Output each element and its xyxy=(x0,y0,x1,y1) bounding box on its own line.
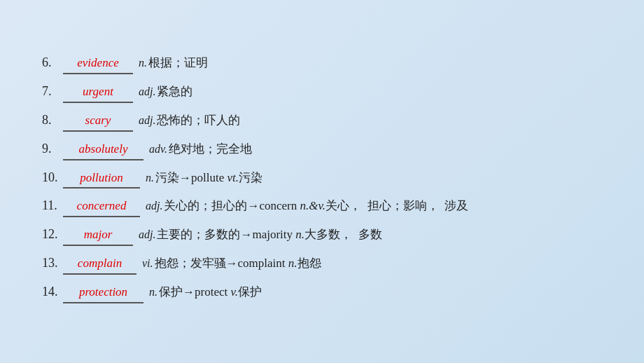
item-pos-12: adj. xyxy=(136,226,155,244)
item-def-6: 根据；证明 xyxy=(148,53,208,72)
item-blank-12: major xyxy=(63,224,133,246)
item-def-8: 恐怖的；吓人的 xyxy=(157,111,240,130)
item-def-11: 关心的；担心的→concern n.&v.关心， 担心；影响， 涉及 xyxy=(164,196,468,215)
item-keyword-13: complain xyxy=(78,256,122,270)
vocab-item-12: 12. major adj. 主要的；多数的→majority n.大多数， 多… xyxy=(42,224,602,246)
vocab-item-10: 10. pollution n. 污染→pollute vt.污染 xyxy=(42,167,602,189)
item-number-6: 6. xyxy=(42,53,63,73)
item-blank-13: complain xyxy=(63,253,136,275)
item-def-10: 污染→pollute vt.污染 xyxy=(155,168,262,187)
item-pos-10: n. xyxy=(143,169,154,187)
item-pos-9: adv. xyxy=(146,140,167,158)
item-def-12: 主要的；多数的→majority n.大多数， 多数 xyxy=(157,225,382,244)
item-keyword-9: absolutely xyxy=(79,142,128,156)
vocab-item-6: 6. evidence n. 根据；证明 xyxy=(42,53,602,74)
item-keyword-11: concerned xyxy=(77,199,127,212)
item-blank-14: protection xyxy=(63,282,144,303)
item-pos-8: adj. xyxy=(136,111,155,130)
item-blank-11: concerned xyxy=(63,196,140,217)
item-pos-7: adj. xyxy=(136,83,155,101)
item-number-13: 13. xyxy=(42,253,63,273)
vocab-item-14: 14. protection n. 保护→protect v.保护 xyxy=(42,282,602,303)
item-blank-10: pollution xyxy=(63,167,140,189)
item-def-9: 绝对地；完全地 xyxy=(169,139,252,158)
item-pos-6: n. xyxy=(136,54,147,72)
item-blank-6: evidence xyxy=(63,53,133,74)
item-number-14: 14. xyxy=(42,282,63,302)
vocab-list: 6. evidence n. 根据；证明 7. urgent adj. 紧急的 … xyxy=(21,39,623,324)
vocab-item-7: 7. urgent adj. 紧急的 xyxy=(42,81,602,103)
item-number-7: 7. xyxy=(42,81,63,102)
item-blank-8: scary xyxy=(63,110,133,132)
item-keyword-6: evidence xyxy=(77,56,118,69)
item-keyword-14: protection xyxy=(79,285,127,299)
item-blank-9: absolutely xyxy=(63,139,144,160)
item-pos-13: vi. xyxy=(139,254,153,273)
item-pos-14: n. xyxy=(146,283,158,301)
item-number-9: 9. xyxy=(42,139,63,159)
item-def-13: 抱怨；发牢骚→complaint n.抱怨 xyxy=(155,254,321,273)
item-number-8: 8. xyxy=(42,110,63,130)
item-keyword-7: urgent xyxy=(83,85,113,98)
item-keyword-10: pollution xyxy=(80,171,122,184)
item-keyword-8: scary xyxy=(85,114,111,127)
vocab-item-11: 11. concerned adj. 关心的；担心的→concern n.&v.… xyxy=(42,196,602,217)
item-blank-7: urgent xyxy=(63,81,133,103)
item-number-11: 11. xyxy=(42,196,63,216)
vocab-item-8: 8. scary adj. 恐怖的；吓人的 xyxy=(42,110,602,132)
item-def-7: 紧急的 xyxy=(157,82,192,101)
item-keyword-12: major xyxy=(84,228,113,241)
item-def-14: 保护→protect v.保护 xyxy=(159,282,262,301)
item-number-10: 10. xyxy=(42,167,63,188)
item-number-12: 12. xyxy=(42,224,63,245)
vocab-item-9: 9. absolutely adv. 绝对地；完全地 xyxy=(42,139,602,160)
vocab-item-13: 13. complain vi. 抱怨；发牢骚→complaint n.抱怨 xyxy=(42,253,602,275)
item-pos-11: adj. xyxy=(143,197,162,215)
